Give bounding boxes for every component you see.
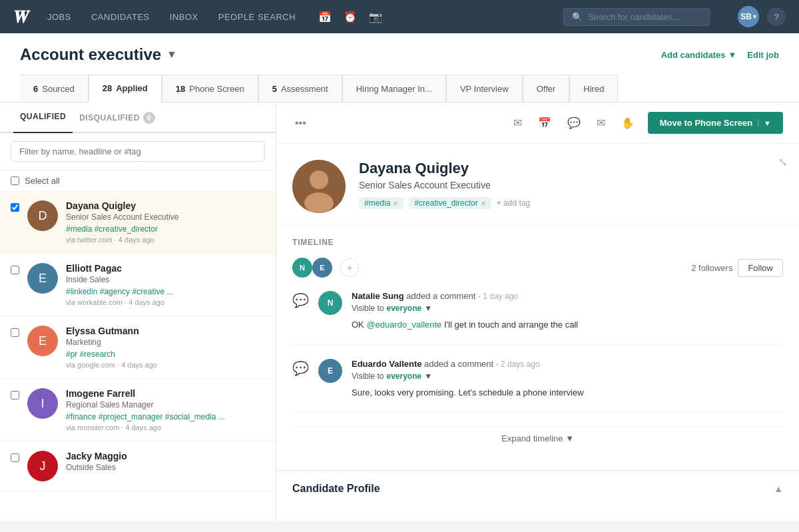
right-panel: ••• ✉ 📅 💬 ✉ ✋ Move to Phone Screen ▼	[276, 103, 799, 521]
app-logo: 𝑾	[13, 7, 27, 27]
candidate-checkbox[interactable]	[11, 203, 19, 212]
add-candidates-button[interactable]: Add candidates ▼	[661, 50, 737, 60]
list-item[interactable]: J Jacky Maggio Outside Sales	[0, 441, 276, 491]
expand-caret: ▼	[565, 433, 574, 443]
tag-media-remove[interactable]: ✕	[393, 200, 398, 207]
candidate-source: via google.com · 4 days ago	[66, 361, 265, 369]
user-caret: ▾	[753, 13, 756, 20]
svg-point-2	[304, 192, 334, 213]
job-title-row: Account executive ▼ Add candidates ▼ Edi…	[20, 45, 779, 64]
candidate-name: Imogene Farrell	[66, 388, 265, 399]
profile-section: Candidate Profile ▲	[276, 470, 799, 507]
candidate-title: Outside Sales	[66, 463, 265, 472]
user-avatar[interactable]: SB ▾	[738, 6, 759, 27]
stage-tab-sourced[interactable]: 6 Sourced	[20, 75, 89, 102]
stage-tab-vp-interview[interactable]: VP Interview	[446, 75, 523, 102]
clock-icon[interactable]: ⏰	[344, 11, 357, 23]
candidate-main-tags: #media ✕ #creative_director ✕ + add tag	[359, 197, 783, 209]
select-all-checkbox[interactable]	[11, 176, 19, 185]
stage-tab-hired[interactable]: Hired	[569, 75, 618, 102]
avatar: J	[27, 451, 58, 481]
nav-people-search[interactable]: PEOPLE SEARCH	[218, 12, 296, 22]
stage-tab-offer[interactable]: Offer	[523, 75, 570, 102]
avatar: D	[27, 200, 58, 231]
avatar: E	[27, 326, 58, 356]
stage-tab-assessment[interactable]: 5 Assessment	[258, 75, 342, 102]
image-icon[interactable]: 📷	[369, 11, 382, 23]
expand-timeline-button[interactable]: Expand timeline ▼	[292, 426, 783, 450]
help-button[interactable]: ?	[767, 7, 786, 26]
add-follower-button[interactable]: +	[340, 258, 359, 277]
job-title-caret[interactable]: ▼	[166, 49, 177, 61]
calendar-icon[interactable]: 📅	[318, 11, 332, 23]
tag-creative-director-remove[interactable]: ✕	[481, 200, 486, 207]
profile-section-title: Candidate Profile	[292, 483, 380, 495]
nav-candidates[interactable]: CANDIDATES	[91, 12, 150, 22]
search-placeholder: Search for candidates...	[588, 12, 679, 22]
list-item[interactable]: I Imogene Farrell Regional Sales Manager…	[0, 379, 276, 441]
move-stage-caret: ▼	[758, 119, 771, 127]
list-item[interactable]: E Elliott Pagac Inside Sales #linkedin #…	[0, 254, 276, 316]
candidate-title: Inside Sales	[66, 275, 265, 284]
candidate-checkbox[interactable]	[11, 328, 19, 337]
calendar-icon[interactable]: 📅	[535, 114, 554, 132]
more-options-icon[interactable]: •••	[292, 115, 309, 132]
comment-header-2: Eduardo Vallente added a comment · 2 day…	[352, 359, 783, 369]
follower-avatar-1: N	[292, 258, 312, 278]
email-icon[interactable]: ✉	[511, 114, 525, 132]
list-item[interactable]: D Dayana Quigley Senior Sales Account Ex…	[0, 191, 276, 254]
comment-avatar-natalie: N	[318, 291, 342, 315]
top-nav: 𝑾 JOBS CANDIDATES INBOX PEOPLE SEARCH 📅 …	[0, 0, 799, 33]
nav-inbox[interactable]: INBOX	[170, 12, 198, 22]
move-stage-button[interactable]: Move to Phone Screen ▼	[648, 112, 783, 134]
candidate-source: via twitter.com · 4 days ago	[66, 236, 265, 244]
candidate-name: Elyssa Gutmann	[66, 326, 265, 336]
move-icon[interactable]: ✉	[594, 114, 608, 132]
profile-collapse-icon[interactable]: ▲	[774, 483, 783, 494]
disqualify-icon[interactable]: ✋	[619, 114, 637, 132]
candidate-tags: #media #creative_director	[66, 224, 265, 234]
page-header: Account executive ▼ Add candidates ▼ Edi…	[0, 33, 799, 103]
timeline-section: TIMELINE N E + 2 followers Follow 💬 N Na…	[276, 224, 799, 463]
visibility-caret-1[interactable]: ▼	[424, 304, 432, 313]
candidate-list: D Dayana Quigley Senior Sales Account Ex…	[0, 191, 276, 521]
stage-tab-hiring-manager[interactable]: Hiring Manager In...	[342, 75, 446, 102]
list-item[interactable]: E Elyssa Gutmann Marketing #pr #research…	[0, 316, 276, 379]
tab-disqualified[interactable]: DISQUALIFIED 0	[73, 103, 162, 133]
profile-section-header[interactable]: Candidate Profile ▲	[276, 471, 799, 507]
candidate-checkbox[interactable]	[11, 391, 19, 399]
follow-button[interactable]: Follow	[738, 259, 783, 277]
timeline-comment: 💬 N Natalie Sung added a comment · 1 day…	[292, 291, 783, 346]
comment-bubble-icon: 💬	[292, 291, 309, 332]
nav-right: SB ▾ ?	[738, 6, 786, 27]
search-icon: 🔍	[572, 12, 583, 22]
expand-icon[interactable]: ⤡	[778, 156, 787, 168]
stage-tab-applied[interactable]: 28 Applied	[89, 75, 162, 103]
left-panel: QUALIFIED DISQUALIFIED 0 Select all D Da…	[0, 103, 276, 521]
candidate-checkbox[interactable]	[11, 453, 19, 462]
tab-qualified[interactable]: QUALIFIED	[13, 103, 73, 133]
candidate-checkbox[interactable]	[11, 266, 19, 274]
candidate-name: Jacky Maggio	[66, 451, 265, 461]
panel-tabs: QUALIFIED DISQUALIFIED 0	[0, 103, 276, 133]
header-actions: Add candidates ▼ Edit job	[661, 50, 779, 60]
avatar: I	[27, 388, 58, 419]
stage-tab-phone-screen[interactable]: 18 Phone Screen	[162, 75, 258, 102]
candidate-title: Senior Sales Account Executive	[66, 212, 265, 222]
candidate-header: Dayana Quigley Senior Sales Account Exec…	[276, 144, 799, 224]
comment-icon[interactable]: 💬	[565, 114, 583, 132]
candidate-search[interactable]: 🔍 Search for candidates...	[563, 8, 710, 26]
comment-text-1: OK @eduardo_vallente I'll get in touch a…	[352, 318, 783, 332]
select-all-label: Select all	[25, 176, 60, 186]
comment-header-1: Natalie Sung added a comment · 1 day ago	[352, 291, 783, 301]
visibility-caret-2[interactable]: ▼	[424, 372, 432, 381]
edit-job-button[interactable]: Edit job	[747, 50, 779, 60]
main-avatar	[292, 160, 346, 213]
candidate-tags: #pr #research	[66, 350, 265, 359]
job-title: Account executive ▼	[20, 45, 177, 64]
svg-point-1	[310, 170, 328, 189]
filter-input[interactable]	[11, 141, 265, 162]
main-content: QUALIFIED DISQUALIFIED 0 Select all D Da…	[0, 103, 799, 521]
nav-jobs[interactable]: JOBS	[47, 12, 71, 22]
add-tag-button[interactable]: + add tag	[497, 198, 530, 208]
